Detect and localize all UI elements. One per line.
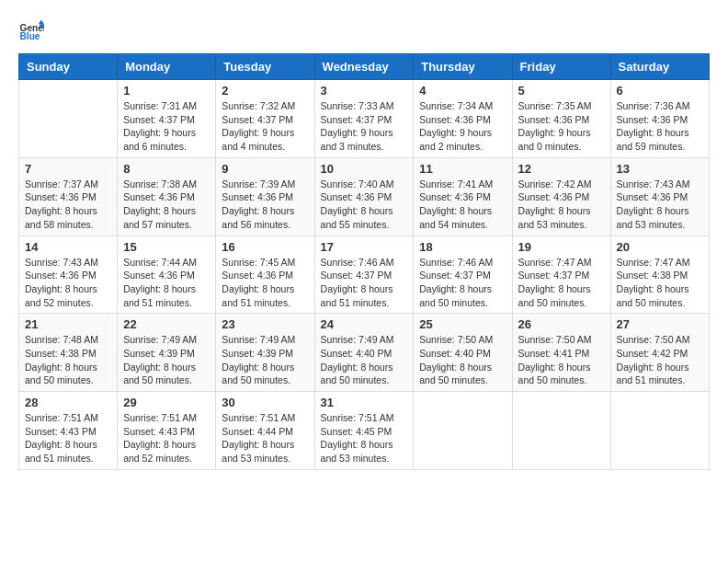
day-number: 10: [321, 162, 408, 176]
day-info: Sunrise: 7:46 AMSunset: 4:37 PMDaylight:…: [419, 256, 506, 310]
day-info: Sunrise: 7:43 AMSunset: 4:36 PMDaylight:…: [25, 256, 111, 310]
calendar-cell: 10Sunrise: 7:40 AMSunset: 4:36 PMDayligh…: [314, 157, 414, 236]
day-info: Sunrise: 7:50 AMSunset: 4:41 PMDaylight:…: [518, 333, 605, 387]
day-info: Sunrise: 7:47 AMSunset: 4:37 PMDaylight:…: [518, 256, 605, 310]
page-header: General Blue: [18, 18, 710, 44]
calendar-cell: 24Sunrise: 7:49 AMSunset: 4:40 PMDayligh…: [314, 314, 414, 392]
weekday-header-friday: Friday: [512, 54, 610, 80]
day-info: Sunrise: 7:45 AMSunset: 4:36 PMDaylight:…: [222, 256, 308, 310]
calendar-cell: 17Sunrise: 7:46 AMSunset: 4:37 PMDayligh…: [314, 236, 414, 314]
calendar-cell: 7Sunrise: 7:37 AMSunset: 4:36 PMDaylight…: [19, 157, 118, 236]
weekday-header-saturday: Saturday: [610, 54, 709, 80]
calendar-cell: [19, 80, 118, 158]
svg-marker-3: [40, 24, 44, 29]
calendar-cell: [414, 392, 512, 470]
day-number: 18: [419, 240, 506, 254]
weekday-header-thursday: Thursday: [414, 54, 512, 80]
day-info: Sunrise: 7:51 AMSunset: 4:45 PMDaylight:…: [321, 411, 408, 465]
calendar-cell: 30Sunrise: 7:51 AMSunset: 4:44 PMDayligh…: [216, 392, 314, 470]
calendar-cell: 2Sunrise: 7:32 AMSunset: 4:37 PMDaylight…: [216, 80, 314, 158]
day-info: Sunrise: 7:42 AMSunset: 4:36 PMDaylight:…: [518, 178, 605, 232]
day-number: 4: [419, 84, 506, 98]
logo: General Blue: [18, 18, 48, 44]
day-number: 20: [617, 240, 703, 254]
calendar-header-row: SundayMondayTuesdayWednesdayThursdayFrid…: [19, 54, 710, 80]
day-number: 27: [617, 317, 703, 331]
weekday-header-wednesday: Wednesday: [314, 54, 414, 80]
calendar-week-1: 1Sunrise: 7:31 AMSunset: 4:37 PMDaylight…: [19, 80, 710, 158]
day-number: 5: [518, 84, 605, 98]
calendar-week-5: 28Sunrise: 7:51 AMSunset: 4:43 PMDayligh…: [19, 392, 710, 470]
calendar-cell: 20Sunrise: 7:47 AMSunset: 4:38 PMDayligh…: [610, 236, 709, 314]
day-number: 1: [123, 84, 210, 98]
day-info: Sunrise: 7:50 AMSunset: 4:40 PMDaylight:…: [419, 333, 506, 387]
day-info: Sunrise: 7:46 AMSunset: 4:37 PMDaylight:…: [321, 256, 408, 310]
day-number: 13: [617, 162, 703, 176]
calendar-cell: 11Sunrise: 7:41 AMSunset: 4:36 PMDayligh…: [414, 157, 512, 236]
day-info: Sunrise: 7:38 AMSunset: 4:36 PMDaylight:…: [123, 178, 210, 232]
calendar-cell: 5Sunrise: 7:35 AMSunset: 4:36 PMDaylight…: [512, 80, 610, 158]
calendar-week-4: 21Sunrise: 7:48 AMSunset: 4:38 PMDayligh…: [19, 314, 710, 392]
calendar-cell: 23Sunrise: 7:49 AMSunset: 4:39 PMDayligh…: [216, 314, 314, 392]
day-number: 11: [419, 162, 506, 176]
day-info: Sunrise: 7:51 AMSunset: 4:43 PMDaylight:…: [123, 411, 210, 465]
calendar-cell: 28Sunrise: 7:51 AMSunset: 4:43 PMDayligh…: [19, 392, 118, 470]
calendar-cell: 27Sunrise: 7:50 AMSunset: 4:42 PMDayligh…: [610, 314, 709, 392]
day-number: 22: [123, 317, 210, 331]
day-info: Sunrise: 7:36 AMSunset: 4:36 PMDaylight:…: [617, 99, 703, 154]
day-info: Sunrise: 7:37 AMSunset: 4:36 PMDaylight:…: [25, 178, 111, 232]
svg-marker-2: [39, 20, 44, 25]
day-number: 15: [123, 240, 210, 254]
calendar-cell: 16Sunrise: 7:45 AMSunset: 4:36 PMDayligh…: [216, 236, 314, 314]
day-number: 2: [222, 84, 308, 98]
calendar-cell: 18Sunrise: 7:46 AMSunset: 4:37 PMDayligh…: [414, 236, 512, 314]
day-info: Sunrise: 7:32 AMSunset: 4:37 PMDaylight:…: [222, 99, 308, 154]
day-info: Sunrise: 7:41 AMSunset: 4:36 PMDaylight:…: [419, 178, 506, 232]
day-number: 30: [222, 396, 308, 409]
calendar-cell: 21Sunrise: 7:48 AMSunset: 4:38 PMDayligh…: [19, 314, 118, 392]
calendar-body: 1Sunrise: 7:31 AMSunset: 4:37 PMDaylight…: [19, 80, 710, 470]
calendar-cell: [610, 392, 709, 470]
day-info: Sunrise: 7:47 AMSunset: 4:38 PMDaylight:…: [617, 256, 703, 310]
day-info: Sunrise: 7:34 AMSunset: 4:36 PMDaylight:…: [419, 99, 506, 154]
calendar-week-3: 14Sunrise: 7:43 AMSunset: 4:36 PMDayligh…: [19, 236, 710, 314]
day-number: 26: [518, 317, 605, 331]
calendar-week-2: 7Sunrise: 7:37 AMSunset: 4:36 PMDaylight…: [19, 157, 710, 236]
day-number: 19: [518, 240, 605, 254]
calendar-cell: 4Sunrise: 7:34 AMSunset: 4:36 PMDaylight…: [414, 80, 512, 158]
calendar-cell: 31Sunrise: 7:51 AMSunset: 4:45 PMDayligh…: [314, 392, 414, 470]
day-info: Sunrise: 7:49 AMSunset: 4:39 PMDaylight:…: [123, 333, 210, 387]
day-info: Sunrise: 7:39 AMSunset: 4:36 PMDaylight:…: [222, 178, 308, 232]
calendar-cell: 25Sunrise: 7:50 AMSunset: 4:40 PMDayligh…: [414, 314, 512, 392]
day-number: 9: [222, 162, 308, 176]
day-number: 17: [321, 240, 408, 254]
day-info: Sunrise: 7:43 AMSunset: 4:36 PMDaylight:…: [617, 178, 703, 232]
day-number: 21: [25, 317, 111, 331]
day-number: 29: [123, 396, 210, 409]
day-number: 7: [25, 162, 111, 176]
day-number: 25: [419, 317, 506, 331]
day-number: 8: [123, 162, 210, 176]
calendar-cell: 29Sunrise: 7:51 AMSunset: 4:43 PMDayligh…: [118, 392, 216, 470]
day-number: 6: [617, 84, 703, 98]
day-number: 16: [222, 240, 308, 254]
calendar-cell: 1Sunrise: 7:31 AMSunset: 4:37 PMDaylight…: [118, 80, 216, 158]
svg-text:Blue: Blue: [20, 31, 40, 41]
day-info: Sunrise: 7:51 AMSunset: 4:44 PMDaylight:…: [222, 411, 308, 465]
calendar-cell: 22Sunrise: 7:49 AMSunset: 4:39 PMDayligh…: [118, 314, 216, 392]
calendar-cell: 9Sunrise: 7:39 AMSunset: 4:36 PMDaylight…: [216, 157, 314, 236]
day-info: Sunrise: 7:51 AMSunset: 4:43 PMDaylight:…: [25, 411, 111, 465]
day-info: Sunrise: 7:49 AMSunset: 4:40 PMDaylight:…: [321, 333, 408, 387]
day-info: Sunrise: 7:35 AMSunset: 4:36 PMDaylight:…: [518, 99, 605, 154]
calendar-cell: 6Sunrise: 7:36 AMSunset: 4:36 PMDaylight…: [610, 80, 709, 158]
calendar-cell: 14Sunrise: 7:43 AMSunset: 4:36 PMDayligh…: [19, 236, 118, 314]
calendar-cell: 12Sunrise: 7:42 AMSunset: 4:36 PMDayligh…: [512, 157, 610, 236]
calendar-cell: 26Sunrise: 7:50 AMSunset: 4:41 PMDayligh…: [512, 314, 610, 392]
day-info: Sunrise: 7:40 AMSunset: 4:36 PMDaylight:…: [321, 178, 408, 232]
day-info: Sunrise: 7:49 AMSunset: 4:39 PMDaylight:…: [222, 333, 308, 387]
calendar-cell: 3Sunrise: 7:33 AMSunset: 4:37 PMDaylight…: [314, 80, 414, 158]
logo-icon: General Blue: [18, 18, 44, 44]
day-number: 24: [321, 317, 408, 331]
calendar-table: SundayMondayTuesdayWednesdayThursdayFrid…: [18, 53, 710, 470]
calendar-cell: 8Sunrise: 7:38 AMSunset: 4:36 PMDaylight…: [118, 157, 216, 236]
